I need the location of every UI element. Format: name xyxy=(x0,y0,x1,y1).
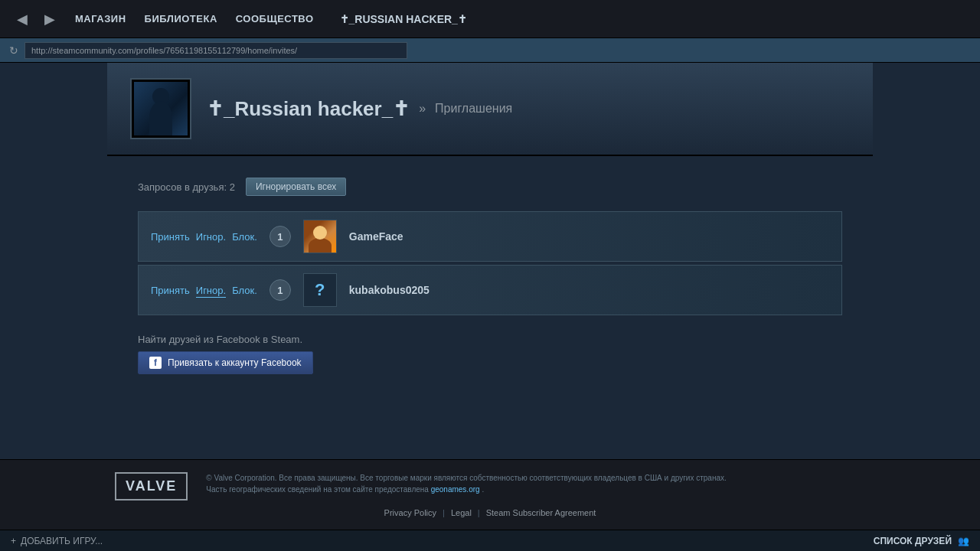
back-button[interactable]: ◀ xyxy=(12,8,32,31)
friends-list-icon: 👥 xyxy=(958,536,969,546)
friend-username-row2[interactable]: kubakobus0205 xyxy=(349,284,430,296)
avatar-body xyxy=(149,101,172,135)
unknown-avatar-image: ? xyxy=(304,273,336,307)
main-nav: МАГАЗИН БИБЛИОТЕКА СООБЩЕСТВО ✝_RUSSIAN … xyxy=(75,13,467,25)
nav-store[interactable]: МАГАЗИН xyxy=(75,13,126,25)
privacy-policy-link[interactable]: Privacy Policy xyxy=(384,508,436,517)
friends-list-label: СПИСОК ДРУЗЕЙ xyxy=(874,536,952,546)
footer-top: VALVE © Valve Corporation. Все права защ… xyxy=(115,472,865,500)
forward-button[interactable]: ▶ xyxy=(40,8,60,31)
friend-count-badge-row2: 1 xyxy=(270,279,291,301)
facebook-btn-label: Привязать к аккаунту Facebook xyxy=(168,357,302,368)
copyright-text: © Valve Corporation. Все права защищены.… xyxy=(206,474,726,482)
content-box: Запросов в друзья: 2 Игнорировать всех П… xyxy=(115,171,865,374)
topbar: ◀ ▶ МАГАЗИН БИБЛИОТЕКА СООБЩЕСТВО ✝_RUSS… xyxy=(0,0,980,38)
address-input[interactable] xyxy=(24,42,407,59)
accept-button-row2[interactable]: Принять xyxy=(151,285,190,296)
gameface-avatar-image xyxy=(304,220,336,253)
footer: VALVE © Valve Corporation. Все права защ… xyxy=(0,459,980,530)
ignore-button-row1[interactable]: Игнор. xyxy=(196,231,226,243)
valve-logo: VALVE xyxy=(115,472,188,500)
profile-name-section: ✝_Russian hacker_✝ » Приглашения xyxy=(207,97,512,121)
friend-avatar-row2: ? xyxy=(303,273,337,307)
friends-list-button[interactable]: СПИСОК ДРУЗЕЙ 👥 xyxy=(874,536,969,546)
friend-avatar-row1 xyxy=(303,220,337,253)
ignore-button-row2[interactable]: Игнор. xyxy=(196,285,226,296)
geonames-link[interactable]: geonames.org xyxy=(431,485,480,494)
profile-name[interactable]: ✝_Russian hacker_✝ xyxy=(207,97,410,121)
ssa-link[interactable]: Steam Subscriber Agreement xyxy=(486,508,596,517)
ignore-all-button[interactable]: Игнорировать всех xyxy=(246,178,346,196)
add-game-icon: + xyxy=(11,536,16,546)
profile-avatar xyxy=(130,78,191,139)
block-button-row1[interactable]: Блок. xyxy=(232,231,257,243)
friend-request-row: Принять Игнор. Блок. 1 GameFace xyxy=(138,211,842,262)
facebook-section: Найти друзей из Facebook в Steam. f Прив… xyxy=(138,334,842,374)
footer-links: Privacy Policy | Legal | Steam Subscribe… xyxy=(115,508,865,517)
action-links-row1: Принять Игнор. Блок. xyxy=(151,231,257,243)
accept-button-row1[interactable]: Принять xyxy=(151,231,190,243)
nav-library[interactable]: БИБЛИОТЕКА xyxy=(145,13,217,25)
nav-community[interactable]: СООБЩЕСТВО xyxy=(236,13,314,25)
friend-request-row-2: Принять Игнор. Блок. 1 ? kubakobus0205 xyxy=(138,265,842,315)
add-game-button[interactable]: + ДОБАВИТЬ ИГРУ... xyxy=(11,536,103,546)
avatar-image xyxy=(134,82,188,135)
geo-text: Часть географических сведений на этом са… xyxy=(206,485,429,494)
main-content: ✝_Russian hacker_✝ » Приглашения Запросо… xyxy=(0,63,980,491)
nav-username[interactable]: ✝_RUSSIAN HACKER_✝ xyxy=(340,13,467,25)
geo-end: . xyxy=(482,485,484,494)
footer-sep-2: | xyxy=(478,508,480,517)
friend-username-row1[interactable]: GameFace xyxy=(349,230,403,243)
legal-link[interactable]: Legal xyxy=(451,508,472,517)
breadcrumb-separator: » xyxy=(419,102,426,116)
profile-breadcrumb: Приглашения xyxy=(435,102,512,116)
requests-header: Запросов в друзья: 2 Игнорировать всех xyxy=(138,171,842,202)
facebook-label: Найти друзей из Facebook в Steam. xyxy=(138,334,842,345)
profile-header: ✝_Russian hacker_✝ » Приглашения xyxy=(107,63,873,156)
action-links-row2: Принять Игнор. Блок. xyxy=(151,285,257,296)
addressbar: ↻ xyxy=(0,38,980,63)
footer-sep-1: | xyxy=(443,508,445,517)
requests-count-label: Запросов в друзья: 2 xyxy=(138,181,235,193)
add-game-label: ДОБАВИТЬ ИГРУ... xyxy=(21,536,103,546)
facebook-icon: f xyxy=(149,357,162,369)
friend-count-badge-row1: 1 xyxy=(270,226,291,247)
statusbar: + ДОБАВИТЬ ИГРУ... СПИСОК ДРУЗЕЙ 👥 xyxy=(0,530,980,551)
reload-button[interactable]: ↻ xyxy=(9,44,18,57)
footer-copyright: © Valve Corporation. Все права защищены.… xyxy=(206,472,726,495)
facebook-connect-button[interactable]: f Привязать к аккаунту Facebook xyxy=(138,351,313,374)
block-button-row2[interactable]: Блок. xyxy=(232,285,257,296)
